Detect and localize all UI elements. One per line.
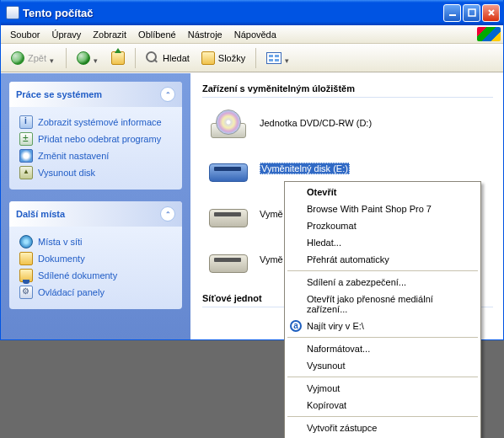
separator [287,270,478,271]
cm-portable-device[interactable]: Otevřít jako přenosné mediální zařízení.… [287,291,479,318]
device-label: Jednotka DVD/CD-RW (D:) [260,118,372,128]
views-dropdown-icon [285,55,291,61]
task-system-info[interactable]: Zobrazit systémové informace [19,114,172,131]
documents-icon [19,252,33,265]
cm-create-shortcut[interactable]: Vytvořit zástupce [287,419,479,436]
system-tasks-body: Zobrazit systémové informace Přidat nebo… [9,107,182,190]
svg-rect-0 [449,14,456,16]
separator [287,416,478,417]
section-removable-storage: Zařízení s vyměnitelným úložištěm [202,78,493,98]
separator [287,337,478,338]
device-label: Vymě [260,209,283,219]
minimize-button[interactable] [443,4,461,22]
cm-label: Najít viry v E:\ [307,321,364,331]
menu-tools[interactable]: Nástroje [182,28,228,41]
settings-icon [19,149,33,163]
menubar: Soubor Úpravy Zobrazit Oblíbené Nástroje… [1,25,503,44]
cm-autoplay[interactable]: Přehrát automaticky [287,251,479,268]
folder-up-icon [111,51,125,65]
task-add-remove-programs[interactable]: Přidat nebo odebrat programy [19,131,172,147]
other-places-body: Místa v síti Dokumenty Sdílené dokumenty… [9,227,182,309]
dvd-drive-icon [207,106,248,140]
other-places-panel: Další místa ⌃ Místa v síti Dokumenty Sdí… [9,201,182,309]
sysinfo-icon [19,115,33,129]
window-title: Tento počítač [23,7,442,19]
window-icon [6,6,19,19]
menu-file[interactable]: Soubor [4,28,46,41]
cm-scan-viruses[interactable]: Najít viry v E:\ [287,318,479,334]
programs-icon [19,132,33,146]
toolbar: Zpět Hledat Složky [1,44,503,72]
cm-eject[interactable]: Vysunout [287,357,479,374]
views-button[interactable] [261,49,296,67]
back-icon [11,51,24,65]
titlebar[interactable]: Tento počítač [1,0,503,25]
up-button[interactable] [106,48,130,68]
cm-sharing[interactable]: Sdílení a zabezpečení... [287,274,479,291]
link-control-panel[interactable]: Ovládací panely [19,284,172,301]
removable-disk-icon [207,197,248,231]
cm-open[interactable]: Otevřít [287,184,479,200]
task-label: Vysunout disk [38,168,95,178]
search-icon [146,51,159,65]
removable-disk-icon [207,152,248,185]
forward-icon [77,51,90,65]
cm-browse-psp[interactable]: Browse With Paint Shop Pro 7 [287,200,479,217]
system-tasks-header[interactable]: Práce se systémem ⌃ [9,82,182,107]
menu-view[interactable]: Zobrazit [87,28,132,41]
network-icon [19,235,33,248]
folders-button[interactable]: Složky [196,48,250,68]
folders-icon [201,51,215,65]
cm-cut[interactable]: Vyjmout [287,380,479,397]
search-label: Hledat [163,53,190,63]
link-documents[interactable]: Dokumenty [19,250,172,267]
menu-help[interactable]: Nápověda [228,28,282,41]
device-label: Vymě [260,254,283,264]
link-label: Sdílené dokumenty [38,270,117,280]
device-dvd[interactable]: Jednotka DVD/CD-RW (D:) [207,106,501,140]
cm-search[interactable]: Hledat... [287,234,479,251]
cm-explore[interactable]: Prozkoumat [287,217,479,234]
back-dropdown-icon [50,55,56,61]
separator [255,48,256,68]
link-network-places[interactable]: Místa v síti [19,233,172,250]
folders-label: Složky [218,53,245,63]
task-eject-disk[interactable]: Vysunout disk [19,164,172,181]
task-label: Přidat nebo odebrat programy [38,134,161,144]
forward-dropdown-icon [94,55,99,61]
control-panel-icon [19,286,33,299]
search-button[interactable]: Hledat [141,48,195,68]
forward-button[interactable] [72,48,105,68]
back-button: Zpět [6,48,61,68]
separator [287,377,478,377]
shared-docs-icon [19,269,33,282]
task-label: Změnit nastavení [38,151,109,161]
system-tasks-title: Práce se systémem [16,89,102,99]
system-tasks-panel: Práce se systémem ⌃ Zobrazit systémové i… [9,82,182,190]
menu-edit[interactable]: Úpravy [46,28,87,41]
link-label: Místa v síti [38,237,83,247]
task-label: Zobrazit systémové informace [38,117,162,127]
maximize-button[interactable] [463,4,480,22]
device-label: Vyměnitelný disk (E:) [260,163,350,174]
context-menu: Otevřít Browse With Paint Shop Pro 7 Pro… [284,181,481,438]
collapse-icon[interactable]: ⌃ [160,206,175,222]
link-label: Dokumenty [38,254,85,264]
avast-icon [290,320,302,332]
collapse-icon[interactable]: ⌃ [160,87,175,102]
removable-disk-icon [207,243,248,276]
separator [135,48,136,68]
back-label: Zpět [28,53,46,63]
link-shared-documents[interactable]: Sdílené dokumenty [19,267,172,284]
cm-format[interactable]: Naformátovat... [287,340,479,357]
cm-copy[interactable]: Kopírovat [287,397,479,414]
link-label: Ovládací panely [38,287,105,297]
other-places-header[interactable]: Další místa ⌃ [9,201,182,227]
tasks-sidebar: Práce se systémem ⌃ Zobrazit systémové i… [1,73,190,339]
close-button[interactable] [482,4,500,22]
svg-rect-1 [469,9,475,16]
device-removable-e[interactable]: Vyměnitelný disk (E:) [207,152,501,185]
task-change-settings[interactable]: Změnit nastavení [19,147,172,164]
separator [66,48,67,68]
menu-favorites[interactable]: Oblíbené [132,28,182,41]
